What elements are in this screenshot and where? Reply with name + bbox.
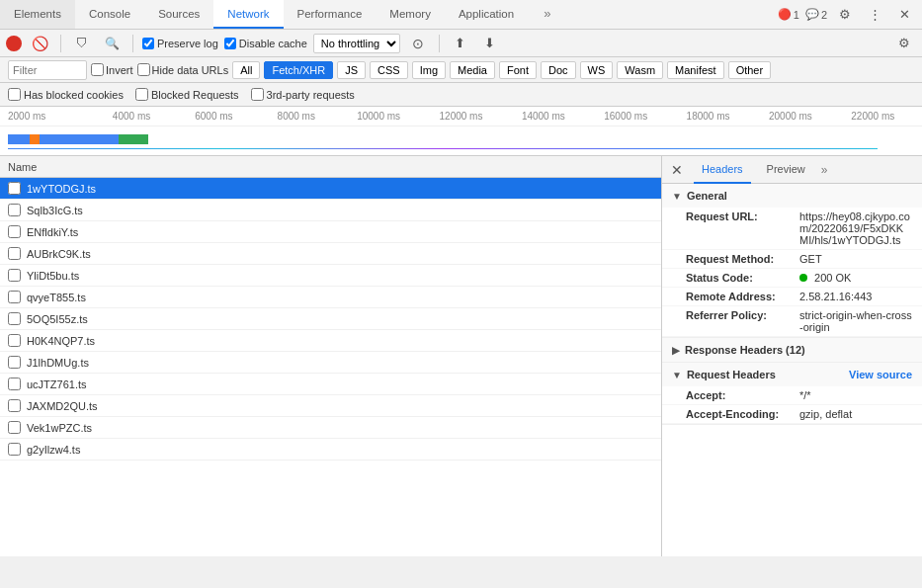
search-button[interactable]: 🔍 bbox=[100, 32, 124, 55]
request-row[interactable]: ucJTZ761.ts bbox=[0, 374, 661, 395]
request-checkbox[interactable] bbox=[8, 421, 21, 434]
invert-checkbox[interactable] bbox=[91, 63, 104, 76]
request-checkbox[interactable] bbox=[8, 269, 21, 282]
request-row[interactable]: AUBrkC9K.ts bbox=[0, 243, 661, 265]
ruler-5: 12000 ms bbox=[420, 111, 502, 122]
ruler-2: 6000 ms bbox=[173, 111, 255, 122]
details-tab-headers[interactable]: Headers bbox=[694, 156, 751, 184]
request-checkbox[interactable] bbox=[8, 399, 21, 412]
preserve-log-checkbox[interactable] bbox=[142, 38, 154, 49]
checkbox-filter-bar: Has blocked cookies Blocked Requests 3rd… bbox=[0, 83, 922, 107]
request-checkbox[interactable] bbox=[8, 378, 21, 390]
request-checkbox[interactable] bbox=[8, 204, 21, 216]
close-button[interactable]: ✕ bbox=[892, 3, 916, 27]
timeline-bar-request bbox=[40, 134, 119, 144]
blocked-requests-checkbox[interactable] bbox=[135, 88, 148, 101]
filter-manifest-button[interactable]: Manifest bbox=[667, 61, 724, 79]
clear-button[interactable]: 🚫 bbox=[28, 32, 51, 55]
tab-elements[interactable]: Elements bbox=[0, 0, 75, 29]
filter-doc-button[interactable]: Doc bbox=[541, 61, 576, 79]
request-checkbox[interactable] bbox=[8, 356, 21, 369]
request-row[interactable]: 1wYTODGJ.ts bbox=[0, 178, 661, 200]
upload-button[interactable]: ⬆ bbox=[449, 32, 472, 55]
message-count-badge[interactable]: 💬 2 bbox=[805, 8, 827, 21]
timeline-bar-dns bbox=[8, 134, 30, 144]
details-tab-more[interactable]: » bbox=[821, 163, 828, 177]
request-checkbox[interactable] bbox=[8, 182, 21, 195]
request-checkbox[interactable] bbox=[8, 334, 21, 347]
response-headers-section-header[interactable]: ▶ Response Headers (12) bbox=[662, 338, 922, 362]
filter-css-button[interactable]: CSS bbox=[370, 61, 408, 79]
request-row[interactable]: g2yIlzw4.ts bbox=[0, 439, 661, 461]
request-checkbox[interactable] bbox=[8, 312, 21, 325]
tab-application[interactable]: Application bbox=[445, 0, 528, 29]
separator bbox=[60, 35, 61, 52]
network-toolbar: 🚫 ⛉ 🔍 Preserve log Disable cache No thro… bbox=[0, 30, 922, 57]
preserve-log-label[interactable]: Preserve log bbox=[142, 38, 218, 49]
request-checkbox[interactable] bbox=[8, 443, 21, 456]
separator3 bbox=[439, 35, 440, 52]
hide-data-label[interactable]: Hide data URLs bbox=[137, 63, 229, 76]
filter-wasm-button[interactable]: Wasm bbox=[617, 61, 663, 79]
filter-other-button[interactable]: Other bbox=[728, 61, 772, 79]
separator2 bbox=[132, 35, 133, 52]
throttle-select[interactable]: No throttling bbox=[313, 34, 400, 53]
filter-input[interactable] bbox=[8, 60, 87, 80]
request-row[interactable]: YliDt5bu.ts bbox=[0, 265, 661, 287]
filter-media-button[interactable]: Media bbox=[450, 61, 495, 79]
more-button[interactable]: ⋮ bbox=[863, 3, 886, 27]
third-party-label[interactable]: 3rd-party requests bbox=[251, 88, 355, 101]
blocked-cookies-label[interactable]: Has blocked cookies bbox=[8, 88, 124, 101]
hide-data-checkbox[interactable] bbox=[137, 63, 150, 76]
request-row[interactable]: Sqlb3IcG.ts bbox=[0, 200, 661, 221]
request-row[interactable]: 5OQ5I55z.ts bbox=[0, 308, 661, 330]
filter-js-button[interactable]: JS bbox=[337, 61, 366, 79]
tab-more[interactable]: » bbox=[530, 0, 564, 29]
filter-font-button[interactable]: Font bbox=[499, 61, 537, 79]
filter-fetch-xhr-button[interactable]: Fetch/XHR bbox=[264, 61, 333, 79]
triangle-icon: ▼ bbox=[672, 370, 682, 380]
request-list: Name 1wYTODGJ.ts Sqlb3IcG.ts ENfldkiY.ts… bbox=[0, 156, 662, 556]
tab-network[interactable]: Network bbox=[213, 0, 283, 29]
invert-label[interactable]: Invert bbox=[91, 63, 133, 76]
filter-ws-button[interactable]: WS bbox=[580, 61, 614, 79]
request-row[interactable]: J1lhDMUg.ts bbox=[0, 352, 661, 374]
blocked-requests-label[interactable]: Blocked Requests bbox=[135, 88, 239, 101]
request-row[interactable]: H0K4NQP7.ts bbox=[0, 330, 661, 352]
response-headers-section: ▶ Response Headers (12) bbox=[662, 338, 922, 363]
filter-img-button[interactable]: Img bbox=[412, 61, 446, 79]
referrer-policy-row: Referrer Policy: strict-origin-when-cros… bbox=[662, 306, 922, 337]
details-header: ✕ Headers Preview » bbox=[662, 156, 922, 184]
request-row[interactable]: Vek1wPZC.ts bbox=[0, 417, 661, 439]
tab-console[interactable]: Console bbox=[75, 0, 144, 29]
request-checkbox[interactable] bbox=[8, 291, 21, 303]
view-source-link[interactable]: View source bbox=[849, 369, 912, 380]
general-section-header[interactable]: ▼ General bbox=[662, 184, 922, 208]
filter-button[interactable]: ⛉ bbox=[70, 32, 94, 55]
online-icon[interactable]: ⊙ bbox=[406, 32, 430, 55]
filter-all-button[interactable]: All bbox=[232, 61, 260, 79]
blocked-cookies-checkbox[interactable] bbox=[8, 88, 21, 101]
request-row[interactable]: qvyeT855.ts bbox=[0, 287, 661, 308]
disable-cache-checkbox[interactable] bbox=[224, 38, 236, 49]
settings-button[interactable]: ⚙ bbox=[833, 3, 857, 27]
disable-cache-label[interactable]: Disable cache bbox=[224, 38, 307, 49]
tab-memory[interactable]: Memory bbox=[376, 0, 445, 29]
record-button[interactable] bbox=[6, 36, 22, 51]
details-close-button[interactable]: ✕ bbox=[668, 161, 686, 179]
request-row[interactable]: ENfldkiY.ts bbox=[0, 221, 661, 243]
details-tab-preview[interactable]: Preview bbox=[759, 156, 813, 184]
error-count-badge[interactable]: 🔴 1 bbox=[778, 8, 799, 21]
ruler-1: 4000 ms bbox=[90, 111, 172, 122]
request-row[interactable]: JAXMD2QU.ts bbox=[0, 395, 661, 417]
tab-sources[interactable]: Sources bbox=[144, 0, 213, 29]
download-button[interactable]: ⬇ bbox=[478, 32, 502, 55]
status-dot bbox=[799, 274, 807, 282]
tab-performance[interactable]: Performance bbox=[284, 0, 377, 29]
remote-address-row: Remote Address: 2.58.21.16:443 bbox=[662, 288, 922, 306]
third-party-checkbox[interactable] bbox=[251, 88, 264, 101]
network-settings-button[interactable]: ⚙ bbox=[892, 32, 916, 55]
request-checkbox[interactable] bbox=[8, 225, 21, 238]
request-headers-section-header[interactable]: ▼ Request Headers View source bbox=[662, 363, 922, 386]
request-checkbox[interactable] bbox=[8, 247, 21, 260]
